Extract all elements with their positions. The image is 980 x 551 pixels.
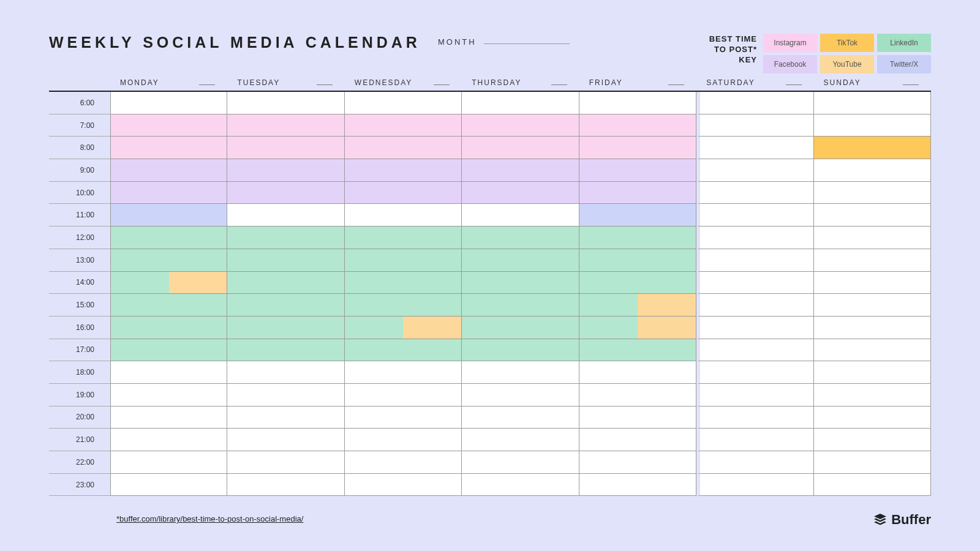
calendar-cell[interactable]	[227, 137, 344, 159]
calendar-cell[interactable]	[696, 339, 813, 362]
calendar-cell[interactable]	[345, 114, 462, 137]
calendar-cell[interactable]	[696, 249, 813, 272]
calendar-cell[interactable]	[696, 114, 813, 137]
calendar-cell[interactable]	[696, 137, 813, 159]
day-date-line[interactable]	[903, 84, 919, 85]
calendar-cell[interactable]	[462, 272, 579, 294]
calendar-cell[interactable]	[696, 474, 813, 497]
calendar-cell[interactable]	[579, 384, 696, 407]
calendar-cell[interactable]	[696, 204, 813, 227]
calendar-cell[interactable]	[462, 159, 579, 182]
calendar-cell[interactable]	[110, 429, 227, 451]
calendar-cell[interactable]	[227, 114, 344, 137]
calendar-cell[interactable]	[462, 407, 579, 429]
calendar-cell[interactable]	[696, 227, 813, 249]
calendar-cell[interactable]	[227, 474, 344, 497]
calendar-cell[interactable]	[345, 137, 462, 159]
calendar-cell[interactable]	[462, 137, 579, 159]
calendar-cell[interactable]	[696, 451, 813, 474]
calendar-cell[interactable]	[696, 294, 813, 317]
calendar-cell[interactable]	[814, 204, 931, 227]
calendar-cell[interactable]	[462, 227, 579, 249]
calendar-cell[interactable]	[696, 407, 813, 429]
overlay-block[interactable]	[638, 317, 696, 339]
calendar-cell[interactable]	[345, 294, 462, 317]
calendar-cell[interactable]	[579, 451, 696, 474]
calendar-cell[interactable]	[462, 451, 579, 474]
calendar-cell[interactable]	[462, 92, 579, 114]
calendar-cell[interactable]	[345, 339, 462, 362]
calendar-cell[interactable]	[462, 474, 579, 497]
calendar-cell[interactable]	[110, 114, 227, 137]
calendar-cell[interactable]	[696, 384, 813, 407]
calendar-cell[interactable]	[110, 182, 227, 204]
calendar-cell[interactable]	[814, 407, 931, 429]
calendar-cell[interactable]	[814, 137, 931, 159]
calendar-cell[interactable]	[462, 429, 579, 451]
calendar-cell[interactable]	[227, 339, 344, 362]
calendar-cell[interactable]	[227, 92, 344, 114]
calendar-cell[interactable]	[345, 204, 462, 227]
calendar-cell[interactable]	[110, 137, 227, 159]
calendar-cell[interactable]	[462, 294, 579, 317]
calendar-cell[interactable]	[110, 361, 227, 384]
calendar-cell[interactable]	[814, 317, 931, 339]
calendar-cell[interactable]	[462, 361, 579, 384]
calendar-cell[interactable]	[814, 182, 931, 204]
calendar-cell[interactable]	[110, 249, 227, 272]
day-date-line[interactable]	[434, 84, 450, 85]
source-link[interactable]: *buffer.com/library/best-time-to-post-on…	[116, 514, 303, 523]
calendar-cell[interactable]	[227, 429, 344, 451]
calendar-cell[interactable]	[814, 474, 931, 497]
calendar-cell[interactable]	[345, 451, 462, 474]
calendar-cell[interactable]	[579, 429, 696, 451]
calendar-cell[interactable]	[462, 317, 579, 339]
calendar-cell[interactable]	[345, 249, 462, 272]
calendar-cell[interactable]	[345, 361, 462, 384]
calendar-cell[interactable]	[696, 272, 813, 294]
month-input-line[interactable]	[484, 43, 570, 44]
calendar-cell[interactable]	[110, 474, 227, 497]
calendar-cell[interactable]	[696, 361, 813, 384]
calendar-cell[interactable]	[110, 204, 227, 227]
calendar-cell[interactable]	[696, 92, 813, 114]
calendar-cell[interactable]	[345, 429, 462, 451]
calendar-cell[interactable]	[345, 159, 462, 182]
calendar-cell[interactable]	[345, 384, 462, 407]
calendar-cell[interactable]	[814, 249, 931, 272]
day-date-line[interactable]	[786, 84, 802, 85]
calendar-cell[interactable]	[696, 317, 813, 339]
calendar-cell[interactable]	[227, 204, 344, 227]
day-date-line[interactable]	[668, 84, 684, 85]
calendar-cell[interactable]	[110, 227, 227, 249]
calendar-cell[interactable]	[579, 407, 696, 429]
calendar-cell[interactable]	[579, 204, 696, 227]
calendar-cell[interactable]	[579, 272, 696, 294]
day-date-line[interactable]	[199, 84, 215, 85]
calendar-cell[interactable]	[462, 204, 579, 227]
calendar-cell[interactable]	[579, 159, 696, 182]
calendar-cell[interactable]	[579, 227, 696, 249]
calendar-cell[interactable]	[345, 182, 462, 204]
overlay-block[interactable]	[638, 294, 696, 316]
calendar-cell[interactable]	[227, 407, 344, 429]
calendar-cell[interactable]	[345, 227, 462, 249]
calendar-cell[interactable]	[227, 317, 344, 339]
calendar-cell[interactable]	[227, 272, 344, 294]
calendar-cell[interactable]	[345, 272, 462, 294]
calendar-cell[interactable]	[462, 182, 579, 204]
calendar-cell[interactable]	[227, 227, 344, 249]
calendar-cell[interactable]	[227, 451, 344, 474]
calendar-cell[interactable]	[814, 114, 931, 137]
calendar-cell[interactable]	[579, 361, 696, 384]
calendar-cell[interactable]	[814, 429, 931, 451]
calendar-cell[interactable]	[345, 317, 462, 339]
calendar-cell[interactable]	[110, 317, 227, 339]
overlay-block[interactable]	[169, 272, 227, 294]
calendar-cell[interactable]	[110, 339, 227, 362]
calendar-cell[interactable]	[579, 317, 696, 339]
month-field[interactable]: MONTH	[438, 37, 570, 47]
calendar-cell[interactable]	[110, 159, 227, 182]
calendar-cell[interactable]	[227, 182, 344, 204]
day-date-line[interactable]	[551, 84, 567, 85]
